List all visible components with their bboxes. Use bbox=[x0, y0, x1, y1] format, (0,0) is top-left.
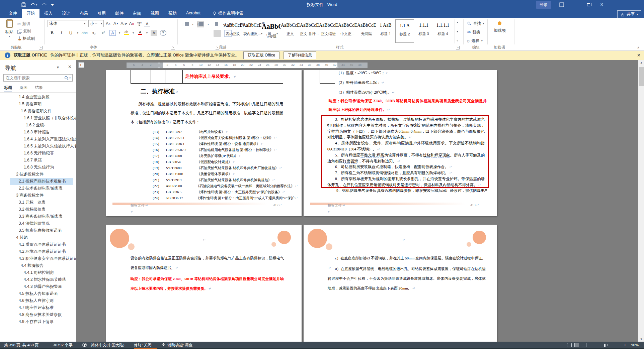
nav-item[interactable]: 4.6 投标人自律守则 bbox=[0, 297, 76, 304]
nav-item[interactable]: ◢2 技术投标文件 bbox=[0, 171, 76, 178]
scroll-down-icon[interactable]: ▼ bbox=[638, 338, 644, 341]
nav-item[interactable]: 4.8 商务及技术关键条款 bbox=[0, 311, 76, 318]
nav-tab-结果[interactable]: 结果 bbox=[35, 85, 43, 93]
share-button[interactable]: 共享▾ bbox=[617, 10, 641, 18]
nav-item[interactable]: 3.3 商务条款响应/偏离表 bbox=[0, 213, 76, 220]
style-节标题[interactable]: AaBbC节标题 bbox=[262, 19, 280, 43]
nav-item[interactable]: ◢4 其他 bbox=[0, 234, 76, 241]
get-genuine-office-button[interactable]: 获取正版 Office bbox=[243, 51, 279, 59]
ribbon-tab-设计[interactable]: 设计 bbox=[57, 9, 75, 18]
style-正文 首行...[interactable]: AaBbCcDc正文 首行... bbox=[300, 19, 319, 43]
scrollbar-thumb[interactable] bbox=[639, 67, 644, 86]
ribbon-tab-引用[interactable]: 引用 bbox=[93, 9, 110, 18]
nav-item[interactable]: 4.3 职业健康安全管理体系认证证书 bbox=[0, 255, 76, 262]
align-left-button[interactable] bbox=[181, 30, 189, 37]
word-count[interactable]: 30792 个字 bbox=[53, 342, 72, 348]
nav-item[interactable]: ▷1.6.2 业绩 bbox=[0, 122, 76, 129]
right-indent-marker[interactable] bbox=[336, 65, 339, 68]
character-border-button[interactable]: A bbox=[144, 21, 150, 26]
underline-button[interactable]: U bbox=[68, 29, 74, 36]
document-page-next-left[interactable]: ↵ 设备的有效防爆合格证及正压防爆实验报告，并要求防爆电气产品上应有防爆标识，防… bbox=[106, 225, 302, 342]
ribbon-tab-开始[interactable]: 开始 bbox=[22, 9, 39, 18]
chevron-down-icon[interactable]: ▼ bbox=[56, 66, 60, 69]
superscript-button[interactable]: x² bbox=[100, 29, 106, 36]
proofing-icon[interactable] bbox=[82, 342, 87, 349]
enclose-characters-button[interactable]: 字 bbox=[160, 30, 166, 36]
nav-item[interactable]: 1.6.6 无行贿犯罪 bbox=[0, 150, 76, 157]
align-right-button[interactable] bbox=[203, 30, 210, 37]
font-dialog-launcher-icon[interactable]: ↘ bbox=[171, 46, 175, 49]
tell-me-search[interactable]: 操作说明搜索 bbox=[213, 11, 243, 18]
character-shading-button[interactable]: A bbox=[151, 30, 157, 36]
document-page-412[interactable]: 足并响应以上吊装要求。 二、执行标准 所有标准、规范都以其最新有效版本和原始语言… bbox=[106, 70, 302, 216]
font-name-select[interactable]: 宋体▾ bbox=[48, 20, 87, 27]
clear-formatting-button[interactable]: A bbox=[129, 20, 135, 27]
ribbon-tab-帮助[interactable]: 帮助 bbox=[164, 9, 181, 18]
zoom-slider-thumb[interactable] bbox=[604, 344, 606, 347]
strikethrough-button[interactable]: abc bbox=[81, 29, 88, 36]
highlight-button[interactable]: ab bbox=[123, 29, 130, 36]
horizontal-ruler[interactable]: 6422468101214161820222426283032343638404… bbox=[127, 63, 368, 68]
ribbon-tab-文件[interactable]: 文件 bbox=[4, 9, 22, 18]
sign-in-button[interactable]: 登录 bbox=[536, 1, 551, 9]
clipboard-dialog-launcher-icon[interactable]: ↘ bbox=[39, 46, 43, 49]
nav-item[interactable]: 1.6.5 未被列入失信被执行人名单 bbox=[0, 143, 76, 150]
phonetic-guide-button[interactable]: wén文 bbox=[136, 20, 143, 27]
add-ins-icon[interactable] bbox=[498, 21, 501, 25]
styles-gallery-scroll[interactable]: ▴▾▿ bbox=[455, 19, 460, 43]
nav-item[interactable]: 1.6.1 营业执照（非联合体投标） bbox=[0, 115, 76, 122]
track-changes-indicator[interactable]: 修订: 关闭 bbox=[134, 342, 151, 348]
nav-item[interactable]: 4.5 投标人告知承诺函 bbox=[0, 290, 76, 297]
nav-item[interactable]: 1.4 企业营业执照 bbox=[0, 94, 76, 101]
nav-item[interactable]: ◢3 商务投标文件 bbox=[0, 192, 76, 199]
zoom-out-icon[interactable]: − bbox=[589, 343, 592, 348]
shrink-font-button[interactable]: A▼ bbox=[113, 20, 119, 27]
subscript-button[interactable]: x₂ bbox=[91, 29, 97, 36]
nav-item[interactable]: 1.5 资格声明 bbox=[0, 101, 76, 108]
restore-icon[interactable] bbox=[586, 2, 591, 7]
nav-item[interactable]: 4.7 响应性评审标准 bbox=[0, 304, 76, 311]
ribbon-tab-邮件[interactable]: 邮件 bbox=[110, 9, 128, 18]
style-正文缩进[interactable]: AaBbCcDdE正文缩进 bbox=[319, 19, 338, 43]
justify-button[interactable] bbox=[214, 30, 221, 37]
nav-item[interactable]: 4.2 环境管理体系认证证书 bbox=[0, 248, 76, 255]
read-mode-icon[interactable] bbox=[567, 343, 572, 347]
nav-item[interactable]: 1.6.3 审计报告 bbox=[0, 129, 76, 136]
nav-item[interactable]: ◢4.4 检测报告 bbox=[0, 262, 76, 269]
close-navigation-icon[interactable]: ✕ bbox=[68, 64, 72, 69]
ribbon-tab-插入[interactable]: 插入 bbox=[39, 9, 57, 18]
multilevel-list-button[interactable] bbox=[212, 21, 220, 27]
left-indent-marker[interactable] bbox=[158, 67, 160, 68]
styles-dialog-launcher-icon[interactable]: ↘ bbox=[456, 46, 460, 49]
nav-tab-页面[interactable]: 页面 bbox=[19, 85, 27, 93]
copy-button[interactable]: 复制 bbox=[17, 28, 35, 34]
zoom-in-icon[interactable]: + bbox=[624, 343, 626, 348]
italic-button[interactable]: I bbox=[58, 29, 65, 36]
nav-item[interactable]: 4.4.2 憎水性保温节能毯 bbox=[0, 276, 76, 283]
find-button[interactable]: 查找▾ bbox=[467, 20, 484, 27]
replace-button[interactable]: ab 替换 bbox=[467, 29, 480, 35]
bold-button[interactable]: B bbox=[49, 29, 55, 36]
learn-more-button[interactable]: 了解详细信息 bbox=[284, 51, 316, 59]
font-size-select[interactable]: 小三▾ bbox=[88, 20, 104, 27]
ribbon-tab-布局[interactable]: 布局 bbox=[75, 9, 93, 18]
numbering-button[interactable]: 123 bbox=[197, 21, 204, 27]
nav-item[interactable]: 2.1 投标产品的技术规格书 bbox=[0, 178, 76, 185]
nav-item[interactable]: 4.4.3 防爆声光报警器 bbox=[0, 283, 76, 290]
nav-item[interactable]: 3.1 开标一览表 bbox=[0, 199, 76, 206]
grow-font-button[interactable]: A▲ bbox=[105, 20, 111, 27]
nav-item[interactable]: 4.4.1 司钻控制房 bbox=[0, 269, 76, 276]
style-标题 4[interactable]: 1.1.1.1标题 4 bbox=[433, 19, 452, 43]
paragraph-dialog-launcher-icon[interactable]: ↘ bbox=[216, 46, 219, 49]
style-无间隔[interactable]: AaBbCcDc无间隔 bbox=[357, 19, 376, 43]
nav-tab-标题[interactable]: 标题 bbox=[4, 85, 12, 93]
paste-button[interactable]: 粘贴 ▾ bbox=[3, 19, 16, 38]
text-effects-button[interactable]: A bbox=[109, 30, 116, 36]
scroll-up-icon[interactable]: ▲ bbox=[638, 61, 644, 64]
page-indicator[interactable]: 第 398 页, 共 460 页 bbox=[4, 342, 39, 348]
search-input[interactable] bbox=[4, 76, 64, 80]
nav-item[interactable]: ◢1.6 资格证明文件 bbox=[0, 108, 76, 115]
document-page-413[interactable]: （1）温度：-20℃～+50℃；（2）野外油田恶劣工况；（3）相对湿度≤90%(… bbox=[304, 70, 497, 216]
nav-item[interactable]: 2.2 技术条款响应/偏离表 bbox=[0, 185, 76, 192]
style-标题 1[interactable]: 1 AaB标题 1 bbox=[376, 19, 395, 43]
